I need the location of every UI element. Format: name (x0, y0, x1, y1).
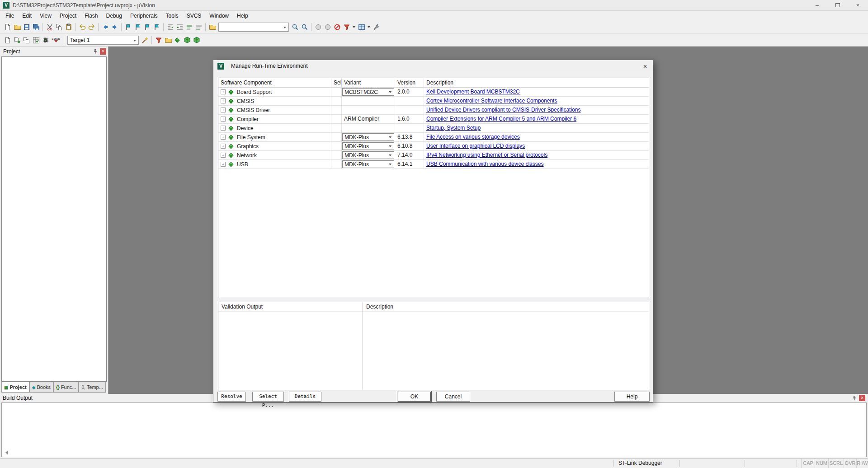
expand-icon[interactable]: + (221, 89, 226, 94)
search-combobox[interactable] (218, 23, 289, 32)
description-link[interactable]: File Access on various storage devices (426, 134, 520, 140)
menu-flash[interactable]: Flash (80, 11, 102, 21)
expand-icon[interactable]: + (221, 144, 226, 149)
menu-peripherals[interactable]: Peripherals (126, 11, 162, 21)
chevron-down-icon[interactable] (389, 91, 392, 93)
maximize-button[interactable] (827, 0, 848, 11)
pin-icon[interactable] (92, 48, 99, 55)
description-link[interactable]: Unified Device Drivers compliant to CMSI… (426, 107, 580, 113)
build-output-content[interactable] (1, 402, 867, 457)
chevron-down-icon[interactable] (389, 136, 392, 138)
next-bookmark-icon[interactable] (142, 23, 152, 32)
indent-icon[interactable] (175, 23, 184, 32)
unindent-icon[interactable] (165, 23, 175, 32)
open-file-icon[interactable] (12, 23, 22, 32)
tab-templates[interactable]: 0, Temp... (79, 382, 105, 393)
chevron-down-icon[interactable] (389, 145, 392, 147)
chevron-down-icon[interactable] (368, 26, 370, 28)
build-target-icon[interactable] (12, 35, 22, 45)
chevron-down-icon[interactable] (353, 26, 355, 28)
menu-help[interactable]: Help (233, 11, 252, 21)
chevron-down-icon[interactable] (133, 40, 136, 42)
menu-window[interactable]: Window (205, 11, 233, 21)
expand-icon[interactable]: + (221, 108, 226, 112)
insert-breakpoint-icon[interactable] (313, 23, 323, 32)
description-link[interactable]: User Interface on graphical LCD displays (426, 143, 525, 149)
description-link[interactable]: Cortex Microcontroller Software Interfac… (426, 98, 557, 104)
pin-icon[interactable] (851, 395, 858, 402)
variant-select[interactable]: MDK-Plus (342, 142, 394, 150)
uncomment-selection-icon[interactable] (194, 23, 203, 32)
clear-bookmarks-icon[interactable] (152, 23, 161, 32)
menu-tools[interactable]: Tools (162, 11, 183, 21)
expand-icon[interactable]: + (221, 135, 226, 140)
flash-download-icon[interactable] (154, 35, 163, 45)
tab-functions[interactable]: {} Func... (53, 382, 79, 393)
select-software-packs-icon[interactable] (182, 35, 192, 45)
close-button[interactable]: × (848, 0, 868, 11)
expand-icon[interactable]: + (221, 126, 226, 131)
target-select[interactable]: Target 1 (67, 36, 139, 45)
disable-breakpoint-icon[interactable] (323, 23, 332, 32)
expand-icon[interactable]: + (221, 98, 226, 103)
variant-select[interactable]: MDK-Plus (342, 160, 394, 168)
description-link[interactable]: Startup, System Setup (426, 125, 481, 131)
chevron-down-icon[interactable] (283, 27, 286, 28)
rebuild-all-icon[interactable] (22, 35, 31, 45)
disable-all-breakpoints-icon[interactable] (342, 23, 351, 32)
menu-view[interactable]: View (36, 11, 56, 21)
save-icon[interactable] (22, 23, 31, 32)
select-packs-button[interactable]: Select P... (252, 392, 284, 402)
menu-debug[interactable]: Debug (102, 11, 126, 21)
load-application-icon[interactable]: LOAD (50, 35, 62, 45)
comment-selection-icon[interactable] (184, 23, 194, 32)
prev-bookmark-icon[interactable] (133, 23, 142, 32)
dialog-close-icon[interactable]: × (637, 60, 653, 72)
new-file-icon[interactable] (3, 23, 12, 32)
save-all-icon[interactable] (31, 23, 41, 32)
description-link[interactable]: USB Communication with various device cl… (426, 161, 543, 167)
chevron-down-icon[interactable] (389, 154, 392, 156)
details-button[interactable]: Details (289, 392, 321, 402)
minimize-button[interactable]: – (807, 0, 827, 11)
download-flash-icon[interactable] (41, 35, 50, 45)
batch-build-icon[interactable] (31, 35, 41, 45)
window-layout-icon[interactable] (357, 23, 366, 32)
ok-button[interactable]: OK (398, 392, 431, 402)
undo-icon[interactable] (77, 23, 87, 32)
close-icon[interactable]: × (859, 395, 865, 401)
manage-rte-icon[interactable] (173, 35, 182, 45)
manage-project-items-icon[interactable] (163, 35, 173, 45)
tab-project[interactable]: ▦ Project (1, 382, 29, 393)
variant-select[interactable]: MDK-Plus (342, 133, 394, 141)
expand-icon[interactable]: + (221, 162, 226, 167)
translate-file-icon[interactable] (3, 35, 12, 45)
cut-icon[interactable] (45, 23, 54, 32)
expand-icon[interactable]: + (221, 117, 226, 122)
help-button[interactable]: Help (614, 392, 650, 402)
menu-edit[interactable]: Edit (18, 11, 36, 21)
description-link[interactable]: IPv4 Networking using Ethernet or Serial… (426, 152, 547, 158)
scroll-left-button[interactable] (3, 449, 10, 456)
project-tree[interactable] (1, 56, 107, 382)
pack-installer-icon[interactable] (192, 35, 201, 45)
variant-select[interactable]: MDK-Plus (342, 151, 394, 159)
options-for-target-icon[interactable] (140, 35, 150, 45)
redo-icon[interactable] (87, 23, 96, 32)
menu-file[interactable]: File (1, 11, 18, 21)
cancel-button[interactable]: Cancel (436, 392, 470, 402)
paste-icon[interactable] (64, 23, 73, 32)
search-input[interactable] (221, 24, 280, 30)
copy-icon[interactable] (54, 23, 64, 32)
insert-bookmark-icon[interactable] (123, 23, 133, 32)
find-icon[interactable] (290, 23, 300, 32)
configure-icon[interactable] (372, 23, 381, 32)
navigate-back-icon[interactable] (100, 23, 110, 32)
close-icon[interactable]: × (100, 48, 106, 55)
resolve-button[interactable]: Resolve (217, 392, 246, 402)
tab-books[interactable]: ◆ Books (29, 382, 53, 393)
chevron-down-icon[interactable] (389, 164, 392, 165)
incremental-find-icon[interactable] (300, 23, 309, 32)
find-in-files-icon[interactable] (208, 23, 217, 32)
menu-project[interactable]: Project (56, 11, 80, 21)
